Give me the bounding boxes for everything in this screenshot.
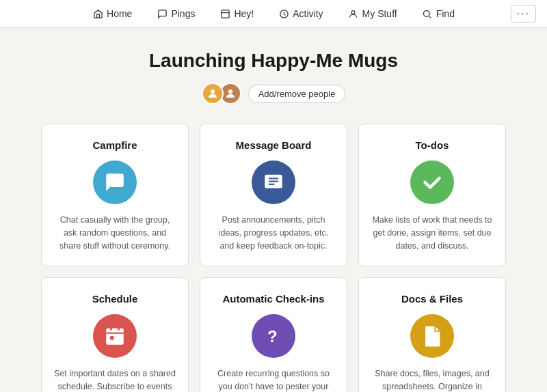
card-docs-files-desc: Share docs, files, images, and spreadshe… — [371, 367, 493, 392]
svg-text:?: ? — [267, 327, 278, 346]
nav-hey-label: Hey! — [234, 8, 254, 19]
nav-activity[interactable]: Activity — [274, 5, 327, 22]
hey-icon — [219, 8, 230, 19]
nav-more-button[interactable]: ··· — [511, 5, 536, 23]
card-schedule[interactable]: Schedule Set important dates on a shared… — [41, 277, 189, 392]
pings-icon — [157, 8, 168, 19]
top-nav: Home Pings Hey! Activity — [0, 0, 547, 28]
svg-rect-0 — [222, 10, 229, 17]
nav-home[interactable]: Home — [88, 5, 136, 22]
card-todos-title: To-dos — [416, 139, 449, 151]
cards-grid: Campfire Chat casually with the group, a… — [41, 124, 506, 392]
mystuff-icon — [348, 8, 359, 19]
schedule-icon-circle — [93, 314, 137, 358]
main-content: Launching Happy-Me Mugs Add/remove peopl… — [0, 28, 547, 392]
card-schedule-title: Schedule — [92, 293, 138, 305]
svg-point-4 — [211, 89, 215, 94]
avatar-1 — [202, 83, 224, 104]
nav-hey[interactable]: Hey! — [215, 5, 258, 22]
card-todos[interactable]: To-dos Make lists of work that needs to … — [358, 124, 506, 266]
card-message-board-title: Message Board — [236, 139, 312, 151]
nav-mystuff[interactable]: My Stuff — [344, 5, 401, 22]
card-todos-desc: Make lists of work that needs to get don… — [371, 214, 493, 252]
find-icon — [422, 8, 433, 19]
add-remove-people-button[interactable]: Add/remove people — [248, 85, 346, 103]
card-campfire-desc: Chat casually with the group, ask random… — [54, 214, 176, 252]
card-checkins[interactable]: Automatic Check-ins ? Create recurring q… — [200, 277, 347, 392]
card-campfire-title: Campfire — [92, 139, 137, 151]
card-checkins-title: Automatic Check-ins — [222, 293, 324, 305]
campfire-icon-circle — [93, 160, 137, 204]
svg-point-5 — [228, 89, 232, 94]
nav-pings[interactable]: Pings — [152, 5, 199, 22]
svg-rect-14 — [110, 336, 114, 340]
card-message-board-desc: Post announcements, pitch ideas, progres… — [213, 214, 334, 252]
activity-icon — [278, 8, 289, 19]
card-docs-files-title: Docs & Files — [401, 293, 463, 305]
card-schedule-desc: Set important dates on a shared schedule… — [54, 367, 176, 392]
svg-rect-10 — [106, 328, 124, 345]
nav-home-label: Home — [107, 8, 132, 19]
avatar-group — [202, 83, 241, 104]
card-docs-files[interactable]: Docs & Files Share docs, files, images, … — [358, 277, 506, 392]
svg-point-2 — [351, 10, 355, 14]
nav-find-label: Find — [436, 8, 455, 19]
card-message-board[interactable]: Message Board Post announcements, pitch … — [200, 124, 347, 266]
page-title: Launching Happy-Me Mugs — [149, 50, 398, 72]
nav-find[interactable]: Find — [418, 5, 459, 22]
card-checkins-desc: Create recurring questions so you don't … — [213, 367, 334, 392]
svg-point-3 — [424, 10, 430, 16]
checkins-icon-circle: ? — [252, 314, 295, 358]
card-campfire[interactable]: Campfire Chat casually with the group, a… — [41, 124, 189, 266]
people-row: Add/remove people — [202, 83, 346, 104]
nav-mystuff-label: My Stuff — [362, 8, 397, 19]
message-board-icon-circle — [252, 160, 295, 204]
home-icon — [92, 8, 103, 19]
todos-icon-circle — [410, 160, 454, 204]
nav-activity-label: Activity — [293, 8, 323, 19]
nav-pings-label: Pings — [171, 8, 195, 19]
docs-files-icon-circle — [410, 314, 454, 358]
